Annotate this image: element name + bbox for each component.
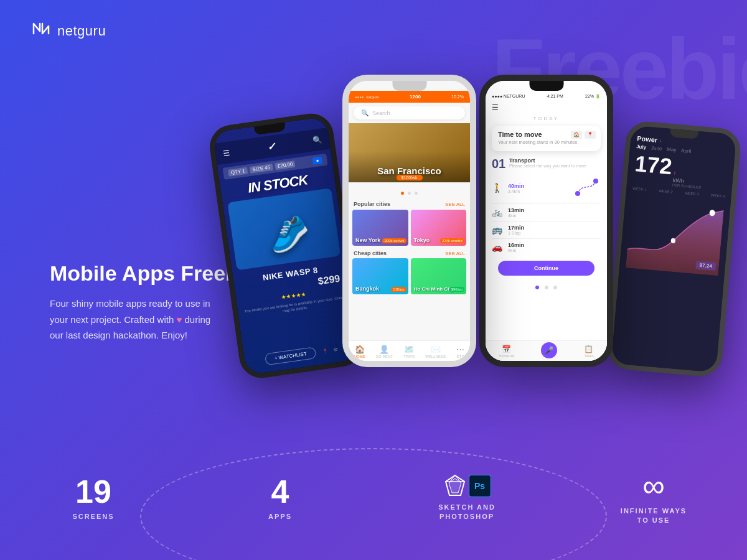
apps-label: APPS bbox=[268, 513, 292, 520]
tools-label: SKETCH ANDPHOTOSHOP bbox=[438, 503, 496, 522]
phone-4-wrapper: Power ↓ July June May April 172 ↑ kWh PE… bbox=[606, 120, 742, 378]
screens-label: SCREENS bbox=[72, 513, 114, 520]
header: netguru bbox=[31, 19, 106, 43]
infinite-label: INFINITE WAYSTO USE bbox=[621, 506, 687, 526]
infinity-icon: ∞ bbox=[642, 470, 665, 502]
phones-container: ☰ ✓ 🔍 QTY 1 SIZE 45 £20.00 ● IN STOCK 👟 … bbox=[187, 37, 747, 442]
brand-name: netguru bbox=[57, 23, 106, 39]
ps-icon: Ps bbox=[469, 475, 491, 497]
heart-icon: ♥ bbox=[176, 314, 182, 325]
phone-2-wrapper: ●●●● karguru 1200 10.2% 🔍 Search San Fra… bbox=[342, 75, 476, 367]
apps-number: 4 bbox=[271, 475, 289, 508]
stat-infinite: ∞ INFINITE WAYSTO USE bbox=[560, 436, 747, 560]
logo-icon bbox=[31, 19, 51, 43]
screens-number: 19 bbox=[75, 475, 111, 508]
tools-icons: Ps bbox=[443, 474, 491, 498]
stat-screens: 19 SCREENS bbox=[0, 436, 187, 560]
stat-tools: Ps SKETCH ANDPHOTOSHOP bbox=[374, 436, 560, 560]
sketch-icon bbox=[443, 474, 467, 498]
stats-section: 19 SCREENS 4 APPS Ps SKETCH ANDPHOTOSHOP… bbox=[0, 436, 747, 560]
stat-apps: 4 APPS bbox=[187, 436, 374, 560]
phone-3-wrapper: ●●●● NETGURU 4:21 PM 22% 🔋 ☰ TODAY Time … bbox=[479, 75, 613, 367]
svg-point-1 bbox=[593, 179, 598, 184]
